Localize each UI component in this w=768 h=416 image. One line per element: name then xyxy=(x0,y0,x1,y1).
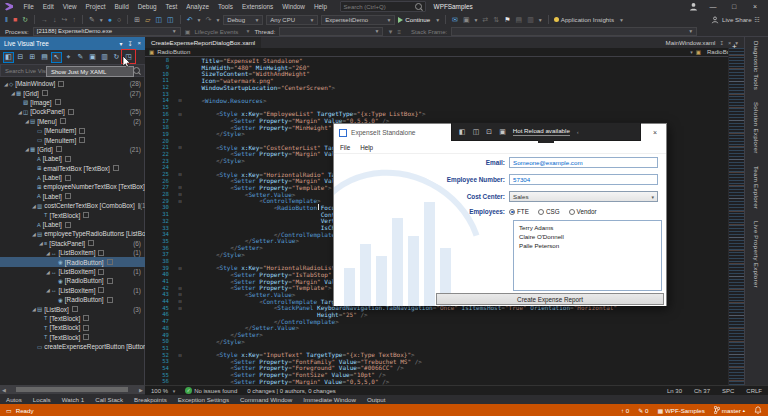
menu-edit[interactable]: Edit xyxy=(38,3,58,10)
display-adorners-icon[interactable]: ⌖ xyxy=(63,52,74,63)
startup-project-dropdown[interactable]: ExpenseItDemo▼ xyxy=(321,15,395,25)
process-dropdown[interactable]: [21188] ExpenseItDemo.exe▼ xyxy=(33,27,181,36)
tree-node-listbox[interactable]: ◢▤[ListBox](3) xyxy=(0,304,145,313)
tree-node-label[interactable]: A[Label] xyxy=(0,192,145,201)
track-current-element-icon[interactable]: ⊞ xyxy=(27,52,38,63)
fold-marker-icon[interactable]: ⊟ xyxy=(173,97,187,103)
menu-window[interactable]: Window xyxy=(278,3,310,10)
fold-marker-icon[interactable]: ⊟ xyxy=(173,352,187,358)
list-disabled-icon-1[interactable]: ▤ xyxy=(515,16,524,23)
maximize-button[interactable]: □ xyxy=(728,3,740,10)
list-item[interactable]: Palle Peterson xyxy=(514,241,661,250)
horizontal-scrollbar[interactable]: ◀ ▶ xyxy=(0,385,145,394)
pin-icon[interactable]: ↧ xyxy=(719,40,724,46)
tree-node-listboxitem[interactable]: ◢↔[ListBoxItem](1) xyxy=(0,286,145,295)
breadcrumb-element[interactable]: RadioButton xyxy=(157,49,190,55)
show-next-statement-icon[interactable]: → xyxy=(40,16,49,23)
list-disabled-icon-2[interactable]: ▥ xyxy=(526,16,535,23)
track-focused-element-icon[interactable]: ▣ xyxy=(499,128,506,136)
tree-node-label[interactable]: A[Label] xyxy=(0,154,145,163)
tree-node-employeetyperadiobuttonslistbox[interactable]: ◢▤employeeTypeRadioButtons [ListBox](7) xyxy=(0,229,145,238)
thread-dropdown[interactable]: ▼ xyxy=(279,27,383,36)
debug-configuration-dropdown[interactable]: Debug▼ xyxy=(223,15,263,25)
tree-node-menuitem[interactable]: ▭[MenuItem] xyxy=(0,135,145,144)
app-close-button[interactable]: × xyxy=(653,129,657,136)
tree-node-costcentertextboxcombobox[interactable]: ◢▥costCenterTextBox [ComboBox](1) xyxy=(0,201,145,210)
email-field[interactable]: Someone@example.com xyxy=(509,157,658,168)
fold-marker-icon[interactable]: ⊟ xyxy=(173,184,187,190)
edit-template-icon[interactable]: ✎ xyxy=(75,52,86,63)
fold-marker-icon[interactable]: ⊟ xyxy=(173,305,187,311)
lifecycle-events-button[interactable]: Lifecycle Events xyxy=(194,28,238,35)
menu-view[interactable]: View xyxy=(58,3,81,10)
repository-indicator[interactable]: ▦ WPF-Samples xyxy=(658,407,705,414)
menu-debug[interactable]: Debug xyxy=(133,3,161,10)
select-element-icon[interactable]: ◫ xyxy=(473,128,480,136)
tree-node-menu[interactable]: ◢▤[Menu](2) xyxy=(0,117,145,126)
tree-node-stackpanel[interactable]: ◢≡[StackPanel](6) xyxy=(0,239,145,248)
open-folder-icon[interactable]: ▱ xyxy=(144,16,151,23)
fold-marker-icon[interactable]: ⊟ xyxy=(173,298,187,304)
tree-node-textblock[interactable]: T[TextBlock] xyxy=(0,333,145,342)
events-icon[interactable]: ○ xyxy=(116,16,122,23)
save-icon[interactable]: ◫ xyxy=(154,16,163,23)
pin-icon[interactable]: ↧ xyxy=(127,40,132,47)
continue-button[interactable]: Continue▼ xyxy=(398,16,440,23)
space-indicator[interactable]: SPC xyxy=(722,388,734,394)
fold-marker-icon[interactable]: ⊟ xyxy=(173,198,187,204)
step-over-icon[interactable]: ↪ xyxy=(61,16,69,23)
list-item[interactable]: Terry Adams xyxy=(514,223,661,232)
feedback-smiley-icon[interactable]: ☷ xyxy=(755,16,760,23)
restart-icon[interactable]: ↻ xyxy=(21,16,29,23)
collapse-chevron-icon[interactable]: ‹ xyxy=(577,129,579,135)
branch-indicator[interactable]: master▴ xyxy=(714,406,745,414)
menu-file[interactable]: File xyxy=(19,3,38,10)
fold-marker-icon[interactable]: ⊟ xyxy=(173,171,187,177)
radio-csg[interactable]: CSG xyxy=(538,208,560,215)
intellitrace-icon[interactable]: ● xyxy=(107,16,113,23)
step-into-icon[interactable]: ↓ xyxy=(52,16,58,23)
pause-icon[interactable]: ‖ xyxy=(4,16,9,23)
stack-b-icon[interactable]: ▥ xyxy=(99,52,110,63)
bottom-tab-autos[interactable]: Autos xyxy=(6,396,22,403)
employees-listbox[interactable]: Terry AdamsClaire O'DonnellPalle Peterso… xyxy=(513,220,662,291)
fold-marker-icon[interactable]: ⊟ xyxy=(173,111,187,117)
save-all-icon[interactable]: ◫ xyxy=(166,16,175,23)
menu-help[interactable]: Help xyxy=(309,3,331,10)
tree-node-listboxitem[interactable]: ◢↔[ListBoxItem](1) xyxy=(0,248,145,257)
list-item[interactable]: Claire O'Donnell xyxy=(514,232,661,241)
toolbar-notch[interactable] xyxy=(538,140,554,143)
bottom-tab-call-stack[interactable]: Call Stack xyxy=(95,396,123,403)
app-menu-file[interactable]: File xyxy=(340,144,350,151)
tree-node-createexpensereportbuttonbutton[interactable]: ▭createExpenseReportButton [Button] xyxy=(0,342,145,351)
eol-indicator[interactable]: CRLF xyxy=(746,388,762,394)
fold-marker-icon[interactable]: ⊟ xyxy=(173,265,187,271)
account-avatar-icon[interactable] xyxy=(689,2,698,11)
filter-icon[interactable]: ▼ xyxy=(387,28,393,35)
scroll-left-icon[interactable]: ◀ xyxy=(0,387,8,393)
stack-frame-dropdown[interactable]: ▼ xyxy=(451,27,697,36)
bottom-tab-command-window[interactable]: Command Window xyxy=(240,396,292,403)
notifications-bell-icon[interactable] xyxy=(754,406,762,415)
tree-node-image[interactable]: ▨[Image] xyxy=(0,98,145,107)
tree-node-label[interactable]: A[Label] xyxy=(0,220,145,229)
select-element-icon[interactable]: ◧ xyxy=(3,52,14,63)
codelens-changes[interactable]: 0 changes | 0 authors, 0 changes xyxy=(247,388,336,394)
window-position-icon[interactable]: ▾ xyxy=(119,40,122,47)
tree-node-listboxitem[interactable]: ◢↔[ListBoxItem](1) xyxy=(0,267,145,276)
flag-threads-icon[interactable]: ≡ xyxy=(397,28,401,35)
application-insights-button[interactable]: Application Insights▼ xyxy=(554,16,624,23)
tree-node-emailtextboxtextbox[interactable]: ⊞emailTextBox [TextBox] xyxy=(0,164,145,173)
stop-icon[interactable]: ■ xyxy=(12,16,18,23)
platform-dropdown[interactable]: Any CPU▼ xyxy=(266,15,318,25)
zoom-dropdown[interactable]: 100 % ▾ xyxy=(151,388,175,394)
preview-selection-icon[interactable]: ▤ xyxy=(39,52,50,63)
bottom-tab-output[interactable]: Output xyxy=(367,396,386,403)
fold-marker-icon[interactable]: ⊟ xyxy=(173,191,187,197)
sync-disabled-icon[interactable]: ⇅ xyxy=(492,16,500,23)
tree-node-radiobutton[interactable]: ◉[RadioButton] xyxy=(0,276,145,285)
menu-tools[interactable]: Tools xyxy=(214,3,238,10)
fold-marker-icon[interactable]: ⊟ xyxy=(173,291,187,297)
menu-extensions[interactable]: Extensions xyxy=(237,3,277,10)
create-expense-report-button[interactable]: Create Expense Report xyxy=(436,293,664,305)
